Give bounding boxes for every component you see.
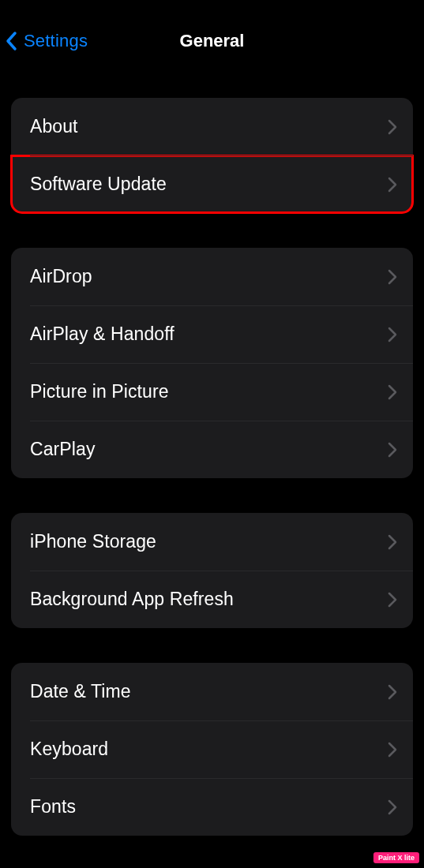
- row-software-update[interactable]: Software Update: [11, 155, 413, 213]
- row-label: Picture in Picture: [30, 381, 169, 402]
- chevron-right-icon: [388, 799, 397, 815]
- row-label: CarPlay: [30, 439, 96, 460]
- row-background-app-refresh[interactable]: Background App Refresh: [11, 571, 413, 628]
- row-label: AirDrop: [30, 266, 92, 287]
- row-label: Keyboard: [30, 739, 108, 760]
- row-fonts[interactable]: Fonts: [11, 778, 413, 836]
- back-button[interactable]: Settings: [0, 30, 88, 52]
- row-label: About: [30, 116, 78, 137]
- chevron-right-icon: [388, 742, 397, 758]
- navigation-bar: Settings General: [0, 24, 424, 58]
- chevron-right-icon: [388, 119, 397, 135]
- settings-group-2: AirDrop AirPlay & Handoff Picture in Pic…: [11, 248, 413, 478]
- chevron-right-icon: [388, 327, 397, 342]
- chevron-right-icon: [388, 384, 397, 400]
- row-carplay[interactable]: CarPlay: [11, 421, 413, 478]
- row-keyboard[interactable]: Keyboard: [11, 720, 413, 778]
- row-label: Fonts: [30, 796, 76, 817]
- chevron-right-icon: [388, 177, 397, 193]
- row-picture-in-picture[interactable]: Picture in Picture: [11, 363, 413, 421]
- watermark-badge: Paint X lite: [373, 852, 419, 863]
- settings-group-1: About Software Update: [11, 98, 413, 213]
- chevron-right-icon: [388, 534, 397, 550]
- row-airdrop[interactable]: AirDrop: [11, 248, 413, 305]
- settings-group-4: Date & Time Keyboard Fonts: [11, 663, 413, 836]
- chevron-right-icon: [388, 269, 397, 285]
- row-label: AirPlay & Handoff: [30, 324, 174, 345]
- row-about[interactable]: About: [11, 98, 413, 155]
- chevron-left-icon: [5, 30, 19, 52]
- chevron-right-icon: [388, 592, 397, 608]
- row-label: Software Update: [30, 174, 167, 195]
- row-label: Date & Time: [30, 681, 131, 702]
- row-iphone-storage[interactable]: iPhone Storage: [11, 513, 413, 571]
- row-date-time[interactable]: Date & Time: [11, 663, 413, 720]
- chevron-right-icon: [388, 442, 397, 458]
- chevron-right-icon: [388, 684, 397, 700]
- settings-group-3: iPhone Storage Background App Refresh: [11, 513, 413, 628]
- row-airplay-handoff[interactable]: AirPlay & Handoff: [11, 305, 413, 363]
- row-label: Background App Refresh: [30, 589, 234, 610]
- back-label: Settings: [24, 31, 88, 51]
- row-label: iPhone Storage: [30, 531, 156, 552]
